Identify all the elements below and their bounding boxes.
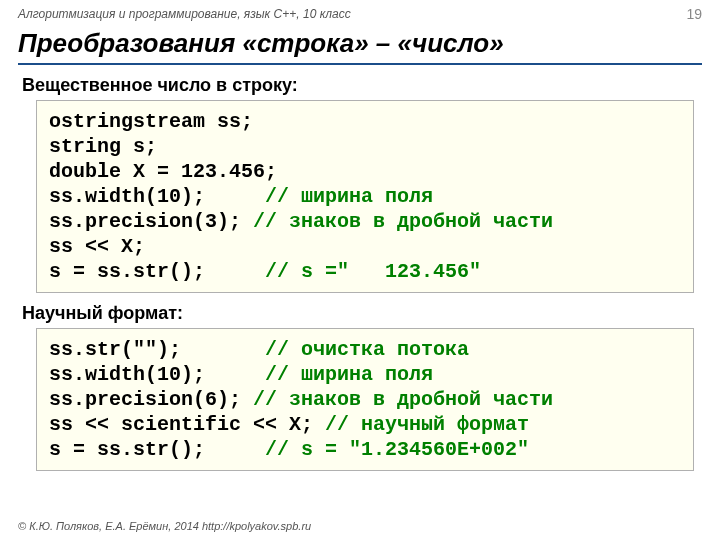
slide-header: Алгоритмизация и программирование, язык … (18, 0, 702, 22)
section2-heading: Научный формат: (22, 303, 702, 324)
code-block-1: ostringstream ss; string s; double X = 1… (36, 100, 694, 293)
slide-footer: © К.Ю. Поляков, Е.А. Ерёмин, 2014 http:/… (18, 520, 311, 532)
code-lines-2: ss.str(""); // очистка потока ss.width(1… (49, 337, 681, 462)
page-number: 19 (686, 6, 702, 22)
section1-heading: Вещественное число в строку: (22, 75, 702, 96)
code-block-2: ss.str(""); // очистка потока ss.width(1… (36, 328, 694, 471)
code-lines-1: ostringstream ss; string s; double X = 1… (49, 109, 681, 284)
slide-title: Преобразования «строка» – «число» (18, 28, 702, 65)
course-label: Алгоритмизация и программирование, язык … (18, 7, 351, 21)
